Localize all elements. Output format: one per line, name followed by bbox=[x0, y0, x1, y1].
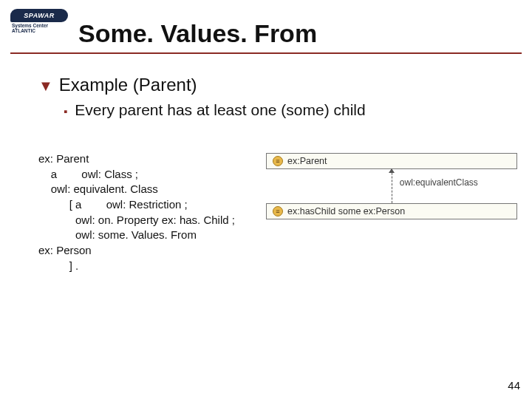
code-l6: owl: some. Values. From bbox=[38, 228, 197, 241]
diagram-bottom-label: ex:hasChild some ex:Person bbox=[287, 206, 405, 216]
code-l3: owl: equivalent. Class bbox=[38, 183, 158, 195]
logo-sub-line2: ATLANTIC bbox=[12, 28, 35, 33]
code-l8: ] . bbox=[38, 259, 78, 272]
bullet-level-1: ▼ Example (Parent) bbox=[38, 75, 494, 95]
bullet-2-text: Every parent has at least one (some) chi… bbox=[75, 101, 365, 119]
diagram-edge-line bbox=[392, 169, 392, 203]
bullet-1-text: Example (Parent) bbox=[59, 75, 197, 95]
square-bullet-icon: ▪ bbox=[64, 105, 67, 117]
diagram-node-bottom: ≡ ex:hasChild some ex:Person bbox=[266, 203, 517, 219]
code-block: ex: Parent a owl: Class ; owl: equivalen… bbox=[38, 151, 260, 274]
page-number: 44 bbox=[508, 379, 520, 392]
header: SPAWAR Systems Center ATLANTIC Some. Val… bbox=[0, 0, 532, 48]
lower-row: ex: Parent a owl: Class ; owl: equivalen… bbox=[38, 151, 494, 274]
logo-subtitle: Systems Center ATLANTIC bbox=[10, 24, 68, 34]
slide-title: Some. Values. From bbox=[78, 19, 317, 48]
diagram-edge-label: owl:equivalentClass bbox=[397, 177, 481, 188]
diagram-edge: owl:equivalentClass bbox=[266, 169, 517, 203]
logo: SPAWAR Systems Center ATLANTIC bbox=[10, 9, 68, 34]
code-l2: a owl: Class ; bbox=[38, 168, 138, 180]
logo-wordmark: SPAWAR bbox=[10, 9, 68, 22]
code-l1: ex: Parent bbox=[38, 152, 89, 165]
code-l4: [ a owl: Restriction ; bbox=[38, 198, 188, 211]
equivalence-icon: ≡ bbox=[273, 206, 283, 216]
equivalence-icon: ≡ bbox=[273, 156, 283, 166]
arrow-up-icon bbox=[389, 168, 395, 173]
content-area: ▼ Example (Parent) ▪ Every parent has at… bbox=[0, 54, 532, 274]
bullet-level-2: ▪ Every parent has at least one (some) c… bbox=[64, 101, 494, 119]
diagram-node-top: ≡ ex:Parent bbox=[266, 153, 517, 169]
diagram-top-label: ex:Parent bbox=[287, 156, 327, 166]
triangle-down-icon: ▼ bbox=[38, 78, 53, 95]
code-l5: owl: on. Property ex: has. Child ; bbox=[38, 214, 235, 226]
code-l7: ex: Person bbox=[38, 244, 92, 256]
diagram: ≡ ex:Parent owl:equivalentClass ≡ ex:has… bbox=[266, 153, 517, 274]
